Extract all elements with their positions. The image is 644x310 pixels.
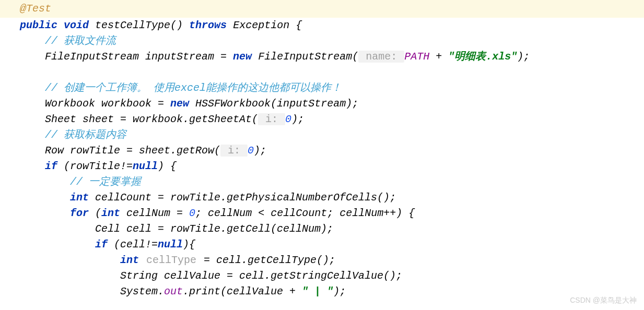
- blank-line: [20, 65, 644, 80]
- comment-workbook: // 创建一个工作簿。 使用excel能操作的这边他都可以操作！: [20, 80, 644, 96]
- method-signature: public void testCellType() throws Except…: [20, 18, 644, 33]
- if-rowtitle: if (rowTitle!=null) {: [20, 159, 644, 174]
- test-annotation: @Test: [20, 3, 51, 15]
- if-cell-line: if (cell!=null){: [20, 237, 644, 253]
- comment-must: // 一定要掌握: [20, 174, 644, 190]
- param-hint-i1: i:: [258, 113, 285, 125]
- csdn-watermark: CSDN @菜鸟是大神: [570, 295, 637, 306]
- comment-title: // 获取标题内容: [20, 127, 644, 143]
- sheet-line: Sheet sheet = workbook.getSheetAt( i: 0)…: [20, 112, 644, 127]
- param-hint-i2: i:: [220, 145, 248, 157]
- code-block: public void testCellType() throws Except…: [0, 18, 644, 300]
- rowtitle-line: Row rowTitle = sheet.getRow( i: 0);: [20, 143, 644, 159]
- param-hint-name: name:: [358, 51, 404, 63]
- cellcount-line: int cellCount = rowTitle.getPhysicalNumb…: [20, 190, 644, 206]
- celltype-line: int cellType = cell.getCellType();: [20, 253, 644, 268]
- annotation-line: @Test: [0, 0, 644, 18]
- workbook-line: Workbook workbook = new HSSFWorkbook(inp…: [20, 96, 644, 112]
- fileinputstream-line: FileInputStream inputStream = new FileIn…: [20, 49, 644, 65]
- print-line: System.out.print(cellValue + " | ");: [20, 284, 644, 300]
- for-line: for (int cellNum = 0; cellNum < cellCoun…: [20, 206, 644, 221]
- cell-decl-line: Cell cell = rowTitle.getCell(cellNum);: [20, 221, 644, 237]
- cellvalue-line: String cellValue = cell.getStringCellVal…: [20, 268, 644, 284]
- comment-getfile: // 获取文件流: [20, 33, 644, 49]
